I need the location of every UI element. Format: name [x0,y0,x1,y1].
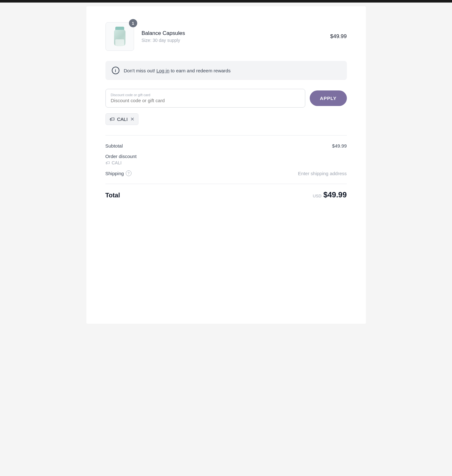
shipping-help-icon[interactable]: ? [126,170,132,176]
product-price: $49.99 [330,33,347,40]
bottle-label-shape [115,39,124,47]
product-name: Balance Capsules [142,30,330,36]
shipping-value: Enter shipping address [298,171,347,176]
total-row: Total USD $49.99 [105,184,347,199]
discount-input-wrapper: Discount code or gift card [105,89,306,108]
subtotal-row: Subtotal $49.99 [105,143,347,149]
tag-icon: 🏷 [110,116,115,122]
product-quantity-badge: 1 [129,19,137,27]
total-currency: USD [313,194,321,198]
order-discount-section: Order discount 🏷 CALI [105,154,347,165]
discount-code-row: Discount code or gift card APPLY [105,89,347,108]
product-info: Balance Capsules Size: 30 day supply [142,30,330,43]
order-discount-tag-icon: 🏷 [105,160,110,165]
order-summary: Subtotal $49.99 Order discount 🏷 CALI Sh… [105,135,347,199]
log-in-link[interactable]: Log in [156,68,169,73]
subtotal-value: $49.99 [332,143,347,149]
subtotal-label: Subtotal [105,143,123,149]
total-value-wrapper: USD $49.99 [313,190,347,199]
product-image [110,25,129,48]
apply-button[interactable]: APPLY [310,90,347,106]
bottle-body-shape [114,30,125,46]
applied-code-label: CALI [117,116,128,122]
product-image-box [105,22,134,51]
total-amount: $49.99 [323,190,347,199]
banner-text-post: to earn and redeem rewards [171,68,230,73]
info-icon: i [112,67,119,74]
shipping-label-text: Shipping [105,171,124,176]
product-variant: Size: 30 day supply [142,38,330,43]
order-discount-code-row: 🏷 CALI [105,160,347,165]
total-label: Total [105,192,120,199]
checkout-container: 1 Balance Capsules Size: 30 day supply $… [86,6,366,324]
discount-input-label: Discount code or gift card [111,93,300,97]
order-discount-label: Order discount [105,154,347,159]
banner-text-pre: Don't miss out! [124,68,155,73]
remove-discount-button[interactable]: ✕ [130,116,134,122]
rewards-banner-text: Don't miss out! Log in to earn and redee… [124,68,231,73]
top-bar [0,0,452,3]
discount-input[interactable] [111,98,300,103]
shipping-label-wrapper: Shipping ? [105,170,132,176]
product-image-wrapper: 1 [105,22,134,51]
order-discount-code-value: CALI [112,160,122,165]
shipping-row: Shipping ? Enter shipping address [105,170,347,176]
rewards-info-banner: i Don't miss out! Log in to earn and red… [105,61,347,80]
applied-discount-chip: 🏷 CALI ✕ [105,113,138,125]
product-row: 1 Balance Capsules Size: 30 day supply $… [105,22,347,51]
